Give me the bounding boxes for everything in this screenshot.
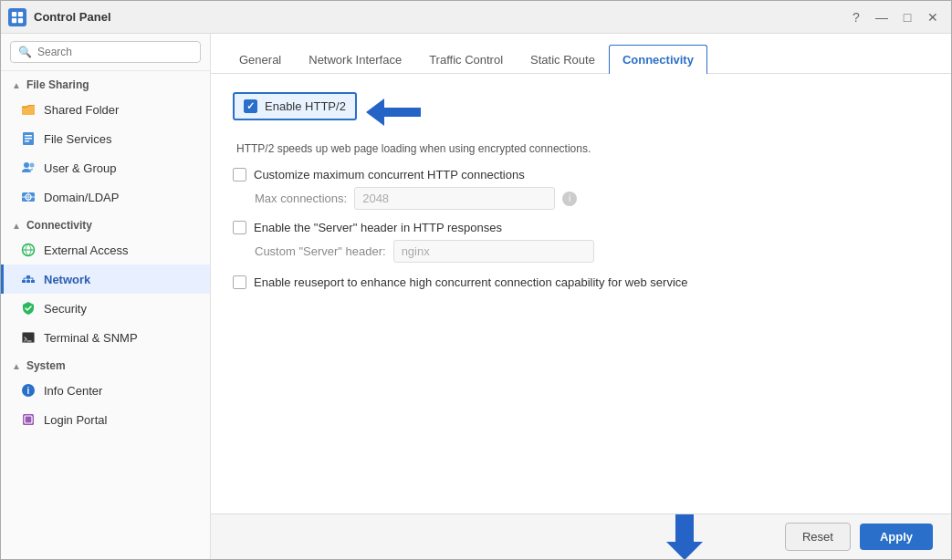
sidebar-item-terminal-snmp[interactable]: Terminal & SNMP (1, 323, 210, 352)
svg-rect-19 (31, 280, 35, 283)
svg-point-9 (24, 162, 29, 168)
svg-marker-33 (366, 99, 421, 126)
sidebar-item-login-portal[interactable]: Login Portal (1, 405, 210, 434)
user-group-icon (20, 160, 37, 176)
option-custom-http-label: Customize maximum concurrent HTTP connec… (254, 168, 525, 181)
max-connections-row: Max connections: i (255, 187, 929, 210)
http2-description: HTTP/2 speeds up web page loading when u… (233, 142, 929, 155)
app-title: Control Panel (34, 10, 838, 24)
apply-button[interactable]: Apply (860, 524, 933, 550)
max-connections-label: Max connections: (255, 192, 347, 205)
svg-text:i: i (27, 386, 30, 396)
tab-bar: General Network Interface Traffic Contro… (211, 34, 951, 74)
sidebar-item-shared-folder[interactable]: Shared Folder (1, 95, 210, 124)
svg-rect-3 (18, 17, 23, 22)
footer: Reset Apply (211, 513, 951, 559)
custom-http-checkbox[interactable] (233, 168, 246, 181)
sidebar: 🔍 ▲ File Sharing Shared Folder File Ser (1, 34, 211, 559)
titlebar: Control Panel ? — □ ✕ (1, 1, 951, 34)
section-connectivity[interactable]: ▲ Connectivity (1, 212, 210, 235)
custom-server-header-input[interactable] (393, 240, 594, 263)
search-input[interactable] (37, 46, 193, 58)
terminal-snmp-icon (20, 329, 37, 346)
file-services-icon (20, 130, 37, 147)
sidebar-search-area: 🔍 (1, 34, 210, 71)
domain-ldap-icon (20, 189, 37, 205)
login-portal-icon (20, 411, 37, 428)
tab-traffic-control[interactable]: Traffic Control (415, 45, 517, 74)
http2-checkbox[interactable] (244, 99, 257, 113)
option-http2-row: Enable HTTP/2 (233, 92, 357, 120)
sidebar-item-network[interactable]: Network (1, 264, 210, 294)
info-icon[interactable]: i (562, 192, 577, 206)
tab-connectivity[interactable]: Connectivity (609, 45, 707, 74)
network-icon (20, 271, 37, 287)
main-layout: 🔍 ▲ File Sharing Shared Folder File Ser (1, 34, 951, 559)
section-connectivity-label: Connectivity (26, 219, 92, 232)
chevron-icon-3: ▲ (12, 361, 21, 371)
sidebar-item-network-label: Network (44, 273, 90, 286)
app-icon (8, 8, 26, 26)
tab-static-route[interactable]: Static Route (517, 45, 609, 74)
reuseport-checkbox[interactable] (233, 275, 246, 289)
sidebar-item-login-portal-label: Login Portal (44, 413, 107, 427)
chevron-icon: ▲ (12, 80, 21, 90)
sidebar-item-domain-ldap[interactable]: Domain/LDAP (1, 182, 210, 212)
sidebar-item-security[interactable]: Security (1, 294, 210, 323)
security-icon (20, 300, 37, 316)
sidebar-item-external-access[interactable]: External Access (1, 235, 210, 264)
option-server-header-row: Enable the "Server" header in HTTP respo… (233, 221, 929, 234)
svg-rect-18 (26, 280, 30, 283)
option-http2-label: Enable HTTP/2 (265, 99, 346, 113)
chevron-icon-2: ▲ (12, 221, 21, 231)
info-center-icon: i (20, 382, 37, 399)
tab-network-interface[interactable]: Network Interface (295, 45, 415, 74)
sidebar-item-shared-folder-label: Shared Folder (44, 103, 119, 117)
window-controls: ? — □ ✕ (845, 6, 944, 28)
svg-rect-8 (25, 140, 29, 142)
svg-rect-1 (18, 11, 23, 16)
maximize-button[interactable]: □ (896, 6, 918, 28)
option-server-header-label: Enable the "Server" header in HTTP respo… (254, 221, 502, 234)
main-content: Enable HTTP/2 HTTP/2 speeds up web page … (211, 74, 951, 513)
section-file-sharing-label: File Sharing (26, 78, 89, 91)
section-file-sharing[interactable]: ▲ File Sharing (1, 71, 210, 95)
option-reuseport-label: Enable reuseport to enhance high concurr… (254, 275, 688, 289)
sidebar-item-user-group-label: User & Group (44, 161, 116, 175)
tab-general[interactable]: General (225, 45, 295, 74)
search-box[interactable]: 🔍 (10, 41, 201, 63)
sidebar-item-info-center-label: Info Center (44, 384, 102, 398)
svg-rect-6 (25, 135, 32, 137)
close-button[interactable]: ✕ (922, 6, 944, 28)
custom-server-header-row: Custom "Server" header: (255, 240, 929, 263)
window: Control Panel ? — □ ✕ 🔍 ▲ File Sharing (0, 0, 952, 560)
external-access-icon (20, 242, 37, 258)
sidebar-item-info-center[interactable]: i Info Center (1, 376, 210, 405)
svg-point-10 (30, 163, 35, 168)
section-system[interactable]: ▲ System (1, 352, 210, 376)
sidebar-item-domain-ldap-label: Domain/LDAP (44, 191, 119, 204)
server-header-checkbox[interactable] (233, 221, 246, 234)
arrow-down-annotation (666, 514, 703, 560)
content-area: General Network Interface Traffic Contro… (211, 34, 951, 559)
sidebar-item-terminal-snmp-label: Terminal & SNMP (44, 331, 138, 345)
sidebar-item-external-access-label: External Access (44, 244, 129, 257)
sidebar-item-security-label: Security (44, 302, 87, 316)
max-connections-input[interactable] (354, 187, 555, 210)
svg-rect-17 (22, 280, 26, 283)
custom-server-header-label: Custom "Server" header: (255, 244, 386, 258)
sidebar-item-file-services-label: File Services (44, 132, 111, 146)
sidebar-item-file-services[interactable]: File Services (1, 124, 210, 153)
help-button[interactable]: ? (845, 6, 867, 28)
svg-rect-7 (25, 138, 32, 140)
sidebar-item-user-group[interactable]: User & Group (1, 153, 210, 182)
option-custom-http-row: Customize maximum concurrent HTTP connec… (233, 168, 929, 181)
search-icon: 🔍 (18, 46, 32, 58)
option-reuseport-row: Enable reuseport to enhance high concurr… (233, 275, 929, 289)
reset-button[interactable]: Reset (785, 523, 851, 551)
svg-rect-2 (12, 17, 16, 22)
shared-folder-icon (20, 101, 37, 118)
svg-marker-34 (666, 514, 703, 560)
minimize-button[interactable]: — (871, 6, 893, 28)
arrow-left-annotation (366, 94, 421, 130)
